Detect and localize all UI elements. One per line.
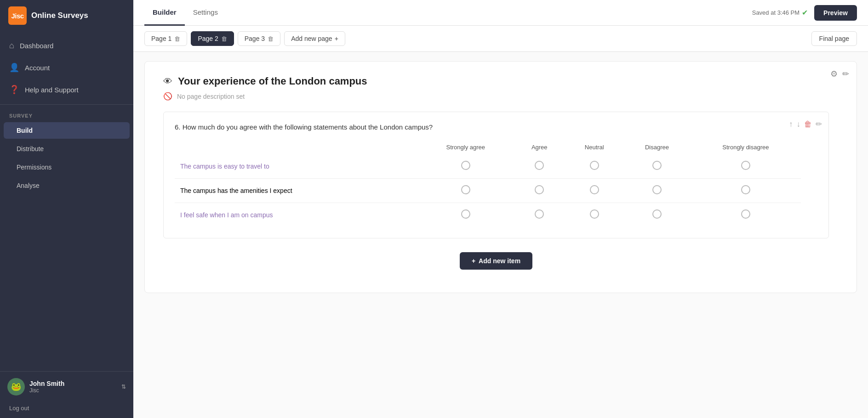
add-new-page-button[interactable]: Add new page + <box>284 31 345 46</box>
topbar: Builder Settings Saved at 3:46 PM ✔ Prev… <box>133 0 868 26</box>
account-icon: 👤 <box>9 62 19 73</box>
matrix-col-strongly-agree: Strongly agree <box>418 140 514 154</box>
question-actions: ↑ ↓ 🗑 ✏ <box>789 119 822 129</box>
topbar-tabs: Builder Settings <box>144 0 226 25</box>
matrix-header-empty <box>175 140 418 154</box>
matrix-radio-cell[interactable] <box>565 179 623 203</box>
radio-circle[interactable] <box>461 209 470 219</box>
radio-circle[interactable] <box>535 161 544 170</box>
tab-settings[interactable]: Settings <box>185 0 226 26</box>
sidebar-item-build[interactable]: Build <box>4 122 130 139</box>
page-tab-1[interactable]: Page 1 🗑 <box>144 31 187 46</box>
page-1-delete-icon[interactable]: 🗑 <box>174 35 180 42</box>
page-settings-icon[interactable]: ⚙ <box>830 69 838 79</box>
topbar-right: Saved at 3:46 PM ✔ Preview <box>752 5 857 21</box>
app-name: Online Surveys <box>31 11 88 20</box>
edit-question-icon[interactable]: ✏ <box>816 119 822 129</box>
radio-circle[interactable] <box>590 209 599 219</box>
question-container: ↑ ↓ 🗑 ✏ 6. How much do you agree with th… <box>163 112 829 238</box>
matrix-radio-cell[interactable] <box>623 203 691 227</box>
matrix-radio-cell[interactable] <box>514 154 565 179</box>
sidebar-nav-top: ⌂ Dashboard 👤 Account ❓ Help and Support <box>0 31 133 105</box>
matrix-radio-cell[interactable] <box>691 179 801 203</box>
matrix-row-label: The campus is easy to travel to <box>175 154 418 179</box>
matrix-radio-cell[interactable] <box>623 179 691 203</box>
user-profile[interactable]: 🐸 John Smith Jisc ⇅ <box>0 371 133 402</box>
tab-builder[interactable]: Builder <box>144 0 185 26</box>
survey-page-card: ⚙ ✏ 👁 Your experience of the London camp… <box>144 61 857 293</box>
radio-circle[interactable] <box>590 185 599 194</box>
page-2-delete-icon[interactable]: 🗑 <box>221 35 227 42</box>
plus-icon: + <box>472 257 475 265</box>
matrix-radio-cell[interactable] <box>565 154 623 179</box>
page-tabs-row: Page 1 🗑 Page 2 🗑 Page 3 🗑 Add new page … <box>133 26 868 52</box>
matrix-row-label: I feel safe when I am on campus <box>175 203 418 227</box>
sidebar-logo: Jisc Online Surveys <box>0 0 133 31</box>
matrix-table: Strongly agree Agree Neutral Disagree St… <box>175 140 801 227</box>
sidebar-item-dashboard[interactable]: ⌂ Dashboard <box>0 35 133 56</box>
radio-circle[interactable] <box>652 209 662 219</box>
matrix-radio-cell[interactable] <box>418 154 514 179</box>
user-name: John Smith <box>29 380 117 387</box>
preview-button[interactable]: Preview <box>814 5 857 21</box>
eye-off-icon: 🚫 <box>163 92 172 101</box>
matrix-radio-cell[interactable] <box>418 203 514 227</box>
page-description: No page description set <box>177 93 245 100</box>
radio-circle[interactable] <box>535 209 544 219</box>
matrix-radio-cell[interactable] <box>418 179 514 203</box>
matrix-row: The campus is easy to travel to <box>175 154 801 179</box>
move-down-icon[interactable]: ↓ <box>797 120 801 129</box>
matrix-row: The campus has the amenities I expect <box>175 179 801 203</box>
sidebar-item-permissions[interactable]: Permissions <box>4 159 130 175</box>
page-title-row: 👁 Your experience of the London campus <box>163 75 829 87</box>
sidebar: Jisc Online Surveys ⌂ Dashboard 👤 Accoun… <box>0 0 133 418</box>
move-up-icon[interactable]: ↑ <box>789 120 793 129</box>
radio-circle[interactable] <box>535 185 544 194</box>
page-tab-3[interactable]: Page 3 🗑 <box>238 31 280 46</box>
sidebar-item-label: Dashboard <box>20 42 53 50</box>
sidebar-item-label: Account <box>25 64 50 72</box>
logout-link[interactable]: Log out <box>0 402 133 418</box>
radio-circle[interactable] <box>461 185 470 194</box>
page-3-delete-icon[interactable]: 🗑 <box>268 35 274 42</box>
page-edit-icon[interactable]: ✏ <box>842 69 849 79</box>
help-icon: ❓ <box>9 85 19 95</box>
radio-circle[interactable] <box>652 161 662 170</box>
delete-question-icon[interactable]: 🗑 <box>804 120 812 129</box>
main-content: Builder Settings Saved at 3:46 PM ✔ Prev… <box>133 0 868 418</box>
radio-circle[interactable] <box>741 161 750 170</box>
radio-circle[interactable] <box>461 161 470 170</box>
matrix-col-disagree: Disagree <box>623 140 691 154</box>
saved-check-icon: ✔ <box>802 8 808 17</box>
saved-status: Saved at 3:46 PM ✔ <box>752 8 808 17</box>
matrix-radio-cell[interactable] <box>514 203 565 227</box>
jisc-logo: Jisc <box>8 6 27 25</box>
question-text: 6. How much do you agree with the follow… <box>175 123 801 131</box>
radio-circle[interactable] <box>590 161 599 170</box>
radio-circle[interactable] <box>741 209 750 219</box>
page-title: Your experience of the London campus <box>178 75 367 87</box>
matrix-radio-cell[interactable] <box>691 203 801 227</box>
page-description-row: 🚫 No page description set <box>163 92 829 101</box>
radio-circle[interactable] <box>652 185 662 194</box>
sidebar-item-analyse[interactable]: Analyse <box>4 177 130 194</box>
matrix-radio-cell[interactable] <box>691 154 801 179</box>
matrix-col-agree: Agree <box>514 140 565 154</box>
matrix-row-label: The campus has the amenities I expect <box>175 179 418 203</box>
matrix-radio-cell[interactable] <box>623 154 691 179</box>
matrix-radio-cell[interactable] <box>514 179 565 203</box>
add-new-item-button[interactable]: + Add new item <box>460 252 532 270</box>
final-page-button[interactable]: Final page <box>811 31 857 46</box>
home-icon: ⌂ <box>9 41 14 51</box>
user-info: John Smith Jisc <box>29 380 117 394</box>
page-tab-2-label: Page 2 <box>198 35 218 42</box>
radio-circle[interactable] <box>741 185 750 194</box>
sidebar-item-label: Help and Support <box>25 86 79 94</box>
plus-icon: + <box>335 35 338 42</box>
sidebar-item-help[interactable]: ❓ Help and Support <box>0 79 133 101</box>
matrix-col-strongly-disagree: Strongly disagree <box>691 140 801 154</box>
matrix-radio-cell[interactable] <box>565 203 623 227</box>
sidebar-item-account[interactable]: 👤 Account <box>0 56 133 79</box>
sidebar-item-distribute[interactable]: Distribute <box>4 141 130 157</box>
page-tab-2[interactable]: Page 2 🗑 <box>191 31 234 46</box>
